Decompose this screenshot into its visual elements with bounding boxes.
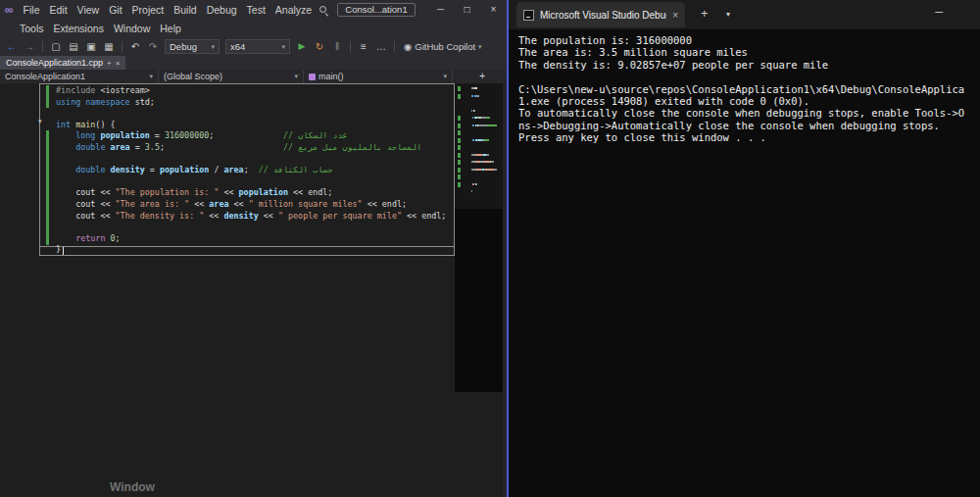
minimize-button[interactable]: ─ (427, 0, 454, 20)
minimap-change-mark (458, 94, 461, 99)
code-token: " people per square mile" (278, 211, 402, 221)
minimap-segment (486, 154, 489, 156)
open-file-icon[interactable]: ▤ (66, 37, 81, 56)
minimap-segment (486, 117, 490, 119)
minimap-segment (474, 87, 477, 89)
split-window-icon[interactable]: + (479, 70, 485, 83)
scope-dropdown[interactable]: (Global Scope) ▾ (159, 70, 304, 83)
menu-analyze[interactable]: Analyze (270, 0, 317, 20)
break-all-icon[interactable]: ‖ (329, 37, 345, 56)
navigate-menu-icon[interactable]: ≡ (356, 37, 371, 56)
solution-configuration-value: Debug (170, 41, 197, 52)
minimap-change-mark (458, 138, 461, 143)
project-dropdown[interactable]: ConsoleApplication1 ▾ (0, 70, 159, 83)
code-token: / (209, 165, 223, 174)
minimap-change-mark (458, 174, 461, 179)
project-name: ConsoleApplication1 (5, 72, 85, 81)
minimap-segment (491, 161, 494, 163)
minimap-segment (483, 161, 491, 163)
tab-consoleapplication1-cpp[interactable]: ConsoleApplication1.cpp + × (0, 56, 125, 70)
menu-debug[interactable]: Debug (202, 0, 242, 20)
minimap-segment (478, 124, 487, 126)
menu-window[interactable]: Window (109, 19, 155, 38)
minimap[interactable] (455, 83, 503, 392)
code-token: namespace (85, 97, 129, 107)
code-line (56, 222, 446, 233)
save-all-icon[interactable]: ▦ (101, 37, 117, 56)
menu-bar: ∞ FileEditViewGitProjectBuildDebugTestAn… (0, 0, 507, 20)
menu-git[interactable]: Git (104, 0, 126, 20)
close-button[interactable]: × (480, 0, 507, 20)
nav-forward-icon[interactable]: → (22, 37, 37, 56)
change-bar (46, 130, 49, 142)
code-editor[interactable]: ▾ #include <iostream>using namespace std… (0, 83, 507, 497)
code-token: << (219, 187, 238, 197)
minimap-line (471, 190, 472, 192)
symbol-dropdown[interactable]: main() ▾ (304, 70, 453, 83)
change-bar (46, 176, 49, 188)
code-line: return 0; (56, 233, 446, 245)
menu-extensions[interactable]: Extensions (49, 19, 109, 38)
debug-console-window: Microsoft Visual Studio Debug × + ▾ ─ Th… (507, 0, 980, 497)
console-icon (523, 10, 534, 21)
console-tab[interactable]: Microsoft Visual Studio Debug × (516, 2, 685, 27)
code-token: cout << (56, 187, 116, 197)
code-token: // عدد السكان (283, 130, 348, 140)
change-bar (46, 233, 49, 245)
visual-studio-logo-icon: ∞ (0, 3, 19, 17)
menu-edit[interactable]: Edit (44, 0, 72, 20)
menu-build[interactable]: Build (169, 0, 201, 20)
search-icon[interactable] (318, 5, 329, 16)
menu-tools[interactable]: Tools (15, 19, 49, 38)
chevron-down-icon: ▾ (149, 73, 153, 80)
change-bar (46, 97, 49, 109)
solution-platform-dropdown[interactable]: x64▾ (225, 39, 290, 54)
code-token: "The density is: " (116, 211, 205, 221)
close-tab-icon[interactable]: × (116, 59, 121, 68)
screen: ∞ FileEditViewGitProjectBuildDebugTestAn… (0, 0, 980, 497)
code-token: ; (244, 165, 259, 174)
nav-back-icon[interactable]: ← (4, 37, 20, 56)
undo-icon[interactable]: ↶ (127, 37, 143, 56)
console-minimize-button[interactable]: ─ (935, 6, 943, 18)
code-token: return (75, 233, 105, 243)
document-tab-strip: ConsoleApplication1.cpp + × (0, 56, 507, 70)
minimap-segment (475, 154, 482, 156)
start-debugging-icon[interactable]: ▶ (294, 37, 310, 56)
tab-dropdown-icon[interactable]: ▾ (726, 10, 730, 19)
code-token: = (150, 130, 165, 140)
code-token: << endl; (402, 211, 446, 221)
code-token: ; (160, 142, 283, 152)
minimap-change-mark (458, 153, 461, 158)
code-line: #include <iostream> (56, 85, 446, 97)
console-line: The population is: 316000000 (518, 34, 980, 46)
change-bar (46, 165, 49, 176)
fold-chevron-icon[interactable]: ▾ (38, 118, 42, 125)
save-icon[interactable]: ▣ (83, 37, 99, 56)
redo-icon[interactable]: ↷ (145, 37, 161, 56)
pin-icon[interactable]: + (107, 59, 112, 68)
console-title-bar: Microsoft Visual Studio Debug × + ▾ ─ (509, 0, 980, 29)
window-title-search-box[interactable]: Consol...ation1 (337, 3, 416, 17)
new-file-icon[interactable]: ▢ (48, 37, 64, 56)
menu-view[interactable]: View (73, 0, 105, 20)
solution-configuration-dropdown[interactable]: Debug▾ (165, 39, 220, 54)
code-token: << endl; (363, 199, 407, 209)
hot-reload-icon[interactable]: ↻ (312, 37, 327, 56)
code-token: main (75, 120, 95, 129)
menu-file[interactable]: File (19, 0, 45, 20)
console-output[interactable]: The population is: 316000000The area is:… (509, 29, 980, 144)
new-tab-button[interactable]: + (701, 6, 709, 21)
console-line: To automatically close the console when … (518, 107, 980, 119)
menu-test[interactable]: Test (242, 0, 270, 20)
code-token (56, 142, 75, 152)
maximize-button[interactable]: □ (454, 0, 480, 20)
code-token: 316000000 (165, 130, 209, 140)
more-commands-icon[interactable]: … (373, 37, 389, 56)
github-copilot-button[interactable]: ◉GitHub Copilot▾ (404, 41, 482, 52)
console-tab-title: Microsoft Visual Studio Debug (540, 10, 666, 21)
code-line (56, 154, 446, 166)
menu-help[interactable]: Help (155, 19, 186, 38)
close-console-tab-icon[interactable]: × (672, 10, 678, 21)
menu-project[interactable]: Project (127, 0, 170, 20)
